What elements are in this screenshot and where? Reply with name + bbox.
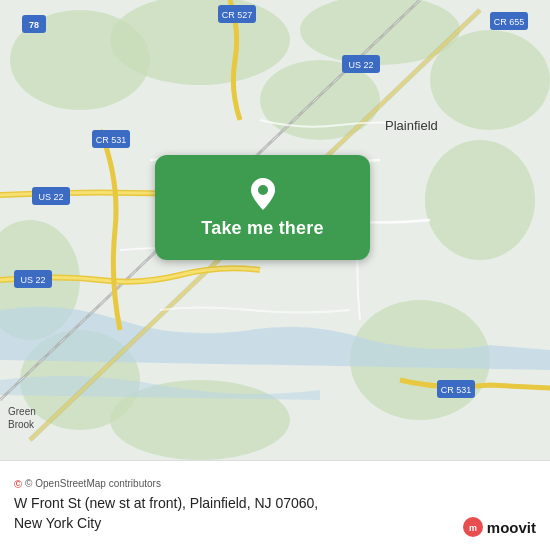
svg-text:CR 531: CR 531 [441,385,472,395]
address-text: W Front St (new st at front), Plainfield… [14,494,536,533]
svg-point-31 [258,185,268,195]
moovit-text: moovit [487,519,536,536]
moovit-brand: m moovit [462,516,536,538]
svg-point-5 [425,140,535,260]
svg-text:CR 527: CR 527 [222,10,253,20]
location-pin-icon [245,176,281,212]
svg-text:US 22: US 22 [38,192,63,202]
footer: © © OpenStreetMap contributors W Front S… [0,460,550,550]
svg-text:Brook: Brook [8,419,35,430]
osm-credit-text: © OpenStreetMap contributors [25,478,161,489]
svg-text:78: 78 [29,20,39,30]
svg-text:m: m [469,523,477,533]
button-label: Take me there [201,218,323,239]
svg-point-4 [430,30,550,130]
take-me-there-button[interactable]: Take me there [155,155,370,260]
map-area: 78 CR 527 US 22 CR 655 CR 531 US 22 US 2… [0,0,550,460]
svg-text:US 22: US 22 [20,275,45,285]
osm-logo: © [14,478,22,490]
svg-text:CR 655: CR 655 [494,17,525,27]
svg-text:Plainfield: Plainfield [385,118,438,133]
svg-text:CR 531: CR 531 [96,135,127,145]
svg-text:Green: Green [8,406,36,417]
svg-text:US 22: US 22 [348,60,373,70]
osm-credit: © © OpenStreetMap contributors [14,478,536,490]
moovit-logo-icon: m [462,516,484,538]
